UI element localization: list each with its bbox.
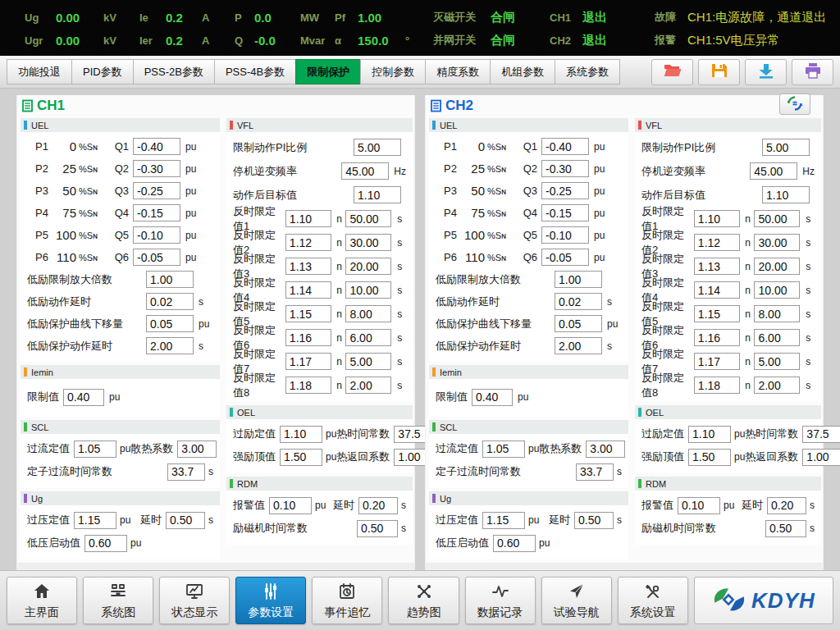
tab-unit-params[interactable]: 机组参数: [490, 59, 555, 84]
param-input[interactable]: [555, 293, 602, 310]
rdm-delay-input[interactable]: [358, 497, 398, 514]
vfl-param-input[interactable]: [762, 186, 810, 203]
param-input[interactable]: [555, 271, 602, 288]
param-input[interactable]: [146, 315, 194, 332]
tab-control-params[interactable]: 控制参数: [360, 59, 426, 84]
inv-n-input[interactable]: [694, 329, 740, 346]
inv-s-input[interactable]: [754, 353, 800, 370]
inv-s-input[interactable]: [345, 353, 391, 370]
inv-s-input[interactable]: [754, 281, 800, 299]
thermal-return-input[interactable]: [802, 449, 840, 466]
exciter-time-input[interactable]: [765, 520, 806, 537]
inv-n-input[interactable]: [285, 377, 331, 394]
q-value-input[interactable]: [541, 160, 589, 177]
inv-n-input[interactable]: [285, 353, 331, 370]
inv-s-input[interactable]: [345, 210, 391, 227]
vfl-param-input[interactable]: [354, 139, 401, 156]
inv-n-input[interactable]: [285, 305, 331, 322]
inv-s-input[interactable]: [345, 281, 391, 299]
q-value-input[interactable]: [133, 204, 180, 221]
inv-n-input[interactable]: [694, 258, 740, 275]
inv-n-input[interactable]: [694, 210, 740, 227]
inv-n-input[interactable]: [285, 329, 331, 346]
sync-channels-button[interactable]: [779, 94, 810, 115]
inv-n-input[interactable]: [285, 210, 331, 227]
inv-s-input[interactable]: [754, 210, 800, 227]
param-input[interactable]: [146, 293, 194, 310]
inv-n-input[interactable]: [694, 281, 740, 299]
ceiling-input[interactable]: [688, 449, 731, 466]
inv-s-input[interactable]: [754, 234, 800, 251]
inv-n-input[interactable]: [694, 305, 740, 322]
inv-s-input[interactable]: [754, 258, 800, 275]
inv-n-input[interactable]: [694, 377, 740, 394]
q-value-input[interactable]: [541, 182, 589, 199]
vfl-param-input[interactable]: [750, 162, 797, 180]
q-value-input[interactable]: [133, 160, 180, 177]
overcurrent-input[interactable]: [74, 441, 116, 458]
param-input[interactable]: [146, 337, 194, 354]
stator-time-input[interactable]: [576, 463, 614, 481]
inv-s-input[interactable]: [345, 258, 391, 275]
nav-system-settings[interactable]: 系统设置: [618, 577, 688, 624]
delay-input[interactable]: [166, 512, 205, 529]
download-button[interactable]: [745, 59, 787, 85]
alarm-value-input[interactable]: [269, 497, 312, 514]
vendor-logo-button[interactable]: KDYH: [694, 577, 833, 624]
inv-s-input[interactable]: [345, 377, 391, 394]
thermal-time-input[interactable]: [802, 426, 840, 443]
q-value-input[interactable]: [541, 204, 589, 221]
vfl-param-input[interactable]: [354, 186, 401, 203]
q-value-input[interactable]: [541, 249, 589, 266]
rdm-delay-input[interactable]: [767, 497, 806, 514]
q-value-input[interactable]: [133, 249, 180, 266]
inv-n-input[interactable]: [694, 353, 740, 370]
inv-n-input[interactable]: [694, 234, 740, 251]
nav-status-display[interactable]: 状态显示: [159, 577, 230, 624]
tab-function-enable[interactable]: 功能投退: [7, 59, 72, 84]
heat-coeff-input[interactable]: [586, 441, 625, 458]
nav-system-diagram[interactable]: 系统图: [83, 577, 153, 624]
lowvolt-start-input[interactable]: [84, 535, 127, 552]
tab-pid-params[interactable]: PID参数: [71, 59, 134, 84]
nav-trend-chart[interactable]: 趋势图: [388, 577, 459, 624]
q-value-input[interactable]: [541, 138, 589, 155]
inv-s-input[interactable]: [754, 377, 800, 394]
q-value-input[interactable]: [133, 138, 180, 155]
delay-input[interactable]: [574, 512, 614, 529]
inv-n-input[interactable]: [285, 258, 331, 275]
vfl-param-input[interactable]: [341, 162, 389, 180]
inv-s-input[interactable]: [345, 234, 391, 251]
q-value-input[interactable]: [133, 226, 180, 244]
save-button[interactable]: [698, 59, 740, 85]
nav-event-recall[interactable]: 事件追忆: [312, 577, 382, 624]
overexc-input[interactable]: [688, 426, 731, 443]
inv-n-input[interactable]: [285, 234, 331, 251]
tab-pss2b-params[interactable]: PSS-2B参数: [133, 59, 215, 84]
iemin-input[interactable]: [472, 389, 513, 406]
alarm-value-input[interactable]: [678, 497, 720, 514]
param-input[interactable]: [146, 271, 194, 288]
inv-s-input[interactable]: [754, 329, 800, 346]
nav-parameter-settings[interactable]: 参数设置: [235, 577, 306, 624]
inv-s-input[interactable]: [345, 329, 391, 346]
q-value-input[interactable]: [133, 182, 180, 199]
q-value-input[interactable]: [541, 226, 589, 244]
exciter-time-input[interactable]: [357, 520, 398, 537]
inv-s-input[interactable]: [345, 305, 391, 322]
nav-test-navigation[interactable]: 试验导航: [541, 577, 612, 624]
lowvolt-start-input[interactable]: [493, 535, 536, 552]
ceiling-input[interactable]: [280, 449, 322, 466]
tab-limit-protection[interactable]: 限制保护: [295, 59, 361, 84]
inv-s-input[interactable]: [754, 305, 800, 322]
param-input[interactable]: [555, 337, 602, 354]
tab-pss4b-params[interactable]: PSS-4B参数: [214, 59, 296, 84]
iemin-input[interactable]: [63, 389, 104, 406]
overvoltage-input[interactable]: [482, 512, 525, 529]
overcurrent-input[interactable]: [482, 441, 525, 458]
print-button[interactable]: [792, 59, 833, 85]
open-file-button[interactable]: [651, 59, 693, 85]
overexc-input[interactable]: [280, 426, 322, 443]
vfl-param-input[interactable]: [762, 139, 810, 156]
stator-time-input[interactable]: [167, 463, 205, 481]
